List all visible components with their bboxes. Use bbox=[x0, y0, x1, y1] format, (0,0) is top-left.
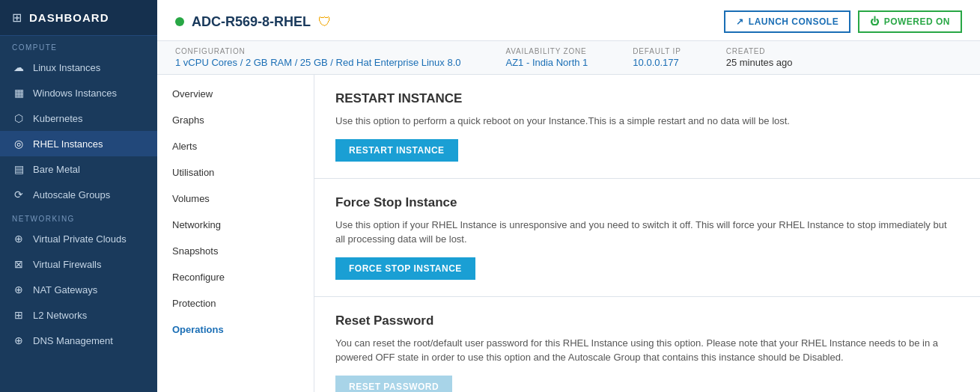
nav-item-alerts[interactable]: Alerts bbox=[157, 133, 314, 159]
nav-item-volumes[interactable]: Volumes bbox=[157, 186, 314, 212]
created-value: 25 minutes ago bbox=[726, 57, 793, 68]
config-configuration: CONFIGURATION 1 vCPU Cores / 2 GB RAM / … bbox=[175, 47, 461, 68]
windows-icon: ▦ bbox=[12, 87, 25, 99]
grid-icon: ⊞ bbox=[12, 10, 22, 25]
compute-section-label: COMPUTE bbox=[0, 36, 157, 55]
default-ip-value: 10.0.0.177 bbox=[633, 57, 681, 68]
sidebar-item-label: Autoscale Groups bbox=[33, 189, 110, 200]
config-created: CREATED 25 minutes ago bbox=[726, 47, 793, 68]
reset-password-description: You can reset the root/default user pass… bbox=[335, 336, 959, 365]
sidebar-item-label: Linux Instances bbox=[33, 62, 100, 73]
force-stop-section: Force Stop Instance Use this option if y… bbox=[314, 179, 980, 297]
right-panel: RESTART INSTANCE Use this option to perf… bbox=[314, 75, 980, 392]
availability-zone-label: AVAILABILITY ZONE bbox=[506, 47, 588, 55]
cloud-icon: ☁ bbox=[12, 61, 25, 73]
created-label: CREATED bbox=[726, 47, 793, 55]
left-nav: Overview Graphs Alerts Utilisation Volum… bbox=[157, 75, 314, 392]
instance-title: ADC-R569-8-RHEL 🛡 bbox=[175, 14, 332, 30]
configuration-value: 1 vCPU Cores / 2 GB RAM / 25 GB / Red Ha… bbox=[175, 57, 461, 68]
configuration-label: CONFIGURATION bbox=[175, 47, 461, 55]
reset-password-title: Reset Password bbox=[335, 313, 959, 328]
restart-title: RESTART INSTANCE bbox=[335, 91, 959, 106]
sidebar-compute-section: COMPUTE ☁ Linux Instances ▦ Windows Inst… bbox=[0, 36, 157, 207]
default-ip-label: DEFAULT IP bbox=[633, 47, 681, 55]
force-stop-description: Use this option if your RHEL Instance is… bbox=[335, 218, 959, 247]
logo-text: DASHBOARD bbox=[29, 11, 109, 24]
autoscale-icon: ⟳ bbox=[12, 189, 25, 200]
rhel-icon: ◎ bbox=[12, 138, 25, 150]
sidebar-item-dns-management[interactable]: ⊕ DNS Management bbox=[0, 328, 157, 353]
sidebar-item-label: RHEL Instances bbox=[33, 138, 103, 150]
nav-item-operations[interactable]: Operations bbox=[157, 316, 314, 343]
sidebar-item-virtual-private-clouds[interactable]: ⊕ Virtual Private Clouds bbox=[0, 226, 157, 251]
availability-zone-value: AZ1 - India North 1 bbox=[506, 57, 588, 68]
sidebar-item-autoscale-groups[interactable]: ⟳ Autoscale Groups bbox=[0, 182, 157, 207]
instance-header: ADC-R569-8-RHEL 🛡 ↗ LAUNCH CONSOLE ⏻ POW… bbox=[157, 0, 980, 41]
sidebar-item-label: Bare Metal bbox=[33, 164, 80, 175]
networking-section-label: NETWORKING bbox=[0, 207, 157, 226]
sidebar-item-rhel-instances[interactable]: ◎ RHEL Instances bbox=[0, 131, 157, 156]
firewall-icon: ⊠ bbox=[12, 258, 25, 270]
vpc-icon: ⊕ bbox=[12, 233, 25, 245]
reset-password-section: Reset Password You can reset the root/de… bbox=[314, 297, 980, 393]
sidebar-item-label: NAT Gateways bbox=[33, 284, 97, 295]
sidebar-item-label: Kubernetes bbox=[33, 113, 83, 124]
reset-password-button[interactable]: RESET PASSWORD bbox=[335, 376, 452, 393]
content-area: Overview Graphs Alerts Utilisation Volum… bbox=[157, 75, 980, 392]
sidebar-item-windows-instances[interactable]: ▦ Windows Instances bbox=[0, 80, 157, 105]
status-dot bbox=[175, 17, 184, 26]
sidebar-item-label: DNS Management bbox=[33, 335, 113, 346]
nav-item-snapshots[interactable]: Snapshots bbox=[157, 238, 314, 264]
main-content: ADC-R569-8-RHEL 🛡 ↗ LAUNCH CONSOLE ⏻ POW… bbox=[157, 0, 980, 392]
kubernetes-icon: ⬡ bbox=[12, 112, 25, 124]
nav-item-graphs[interactable]: Graphs bbox=[157, 107, 314, 133]
bare-metal-icon: ▤ bbox=[12, 163, 25, 175]
sidebar-item-bare-metal[interactable]: ▤ Bare Metal bbox=[0, 156, 157, 182]
config-default-ip: DEFAULT IP 10.0.0.177 bbox=[633, 47, 681, 68]
sidebar: ⊞ DASHBOARD COMPUTE ☁ Linux Instances ▦ … bbox=[0, 0, 157, 392]
sidebar-item-label: Virtual Firewalls bbox=[33, 259, 102, 270]
sidebar-item-virtual-firewalls[interactable]: ⊠ Virtual Firewalls bbox=[0, 251, 157, 277]
config-availability-zone: AVAILABILITY ZONE AZ1 - India North 1 bbox=[506, 47, 588, 68]
sidebar-item-kubernetes[interactable]: ⬡ Kubernetes bbox=[0, 105, 157, 131]
nav-item-networking[interactable]: Networking bbox=[157, 212, 314, 238]
l2-icon: ⊞ bbox=[12, 309, 25, 321]
nav-item-overview[interactable]: Overview bbox=[157, 81, 314, 107]
nat-icon: ⊕ bbox=[12, 284, 25, 295]
restart-section: RESTART INSTANCE Use this option to perf… bbox=[314, 75, 980, 179]
nav-item-protection[interactable]: Protection bbox=[157, 290, 314, 316]
restart-instance-button[interactable]: RESTART INSTANCE bbox=[335, 139, 458, 162]
nav-item-utilisation[interactable]: Utilisation bbox=[157, 159, 314, 186]
sidebar-item-linux-instances[interactable]: ☁ Linux Instances bbox=[0, 55, 157, 80]
instance-name: ADC-R569-8-RHEL bbox=[192, 14, 311, 30]
config-bar: CONFIGURATION 1 vCPU Cores / 2 GB RAM / … bbox=[157, 41, 980, 75]
restart-description: Use this option to perform a quick reboo… bbox=[335, 114, 959, 129]
sidebar-item-l2-networks[interactable]: ⊞ L2 Networks bbox=[0, 302, 157, 328]
sidebar-item-nat-gateways[interactable]: ⊕ NAT Gateways bbox=[0, 277, 157, 302]
shield-icon: 🛡 bbox=[318, 14, 332, 30]
force-stop-title: Force Stop Instance bbox=[335, 195, 959, 210]
sidebar-item-label: L2 Networks bbox=[33, 310, 87, 321]
dns-icon: ⊕ bbox=[12, 334, 25, 346]
header-actions: ↗ LAUNCH CONSOLE ⏻ POWERED ON bbox=[724, 10, 962, 33]
powered-on-button[interactable]: ⏻ POWERED ON bbox=[858, 10, 962, 33]
sidebar-networking-section: NETWORKING ⊕ Virtual Private Clouds ⊠ Vi… bbox=[0, 207, 157, 353]
power-icon: ⏻ bbox=[870, 16, 880, 27]
force-stop-instance-button[interactable]: FORCE STOP INSTANCE bbox=[335, 257, 475, 280]
sidebar-item-label: Windows Instances bbox=[33, 88, 117, 99]
sidebar-logo: ⊞ DASHBOARD bbox=[0, 0, 157, 36]
external-link-icon: ↗ bbox=[736, 16, 744, 27]
nav-item-reconfigure[interactable]: Reconfigure bbox=[157, 264, 314, 290]
launch-console-button[interactable]: ↗ LAUNCH CONSOLE bbox=[724, 10, 850, 33]
sidebar-item-label: Virtual Private Clouds bbox=[33, 233, 127, 245]
